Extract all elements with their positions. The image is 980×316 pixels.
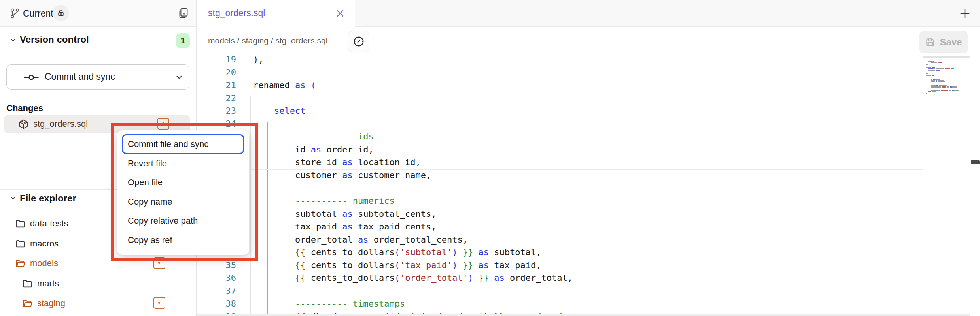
code-line-21[interactable]: 21renamed as ( bbox=[197, 79, 980, 92]
line-number: 20 bbox=[212, 66, 236, 79]
save-floppy-icon bbox=[925, 37, 935, 47]
code-line-33[interactable]: 33 order_total as order_total_cents, bbox=[197, 233, 980, 246]
line-number: 38 bbox=[212, 297, 236, 310]
menu-item-copy-as-ref[interactable]: Copy as ref bbox=[117, 231, 249, 250]
code-line-27[interactable]: 27 store_id as location_id, bbox=[197, 156, 980, 169]
explorer-item-marts[interactable]: marts bbox=[0, 274, 196, 294]
code-line-28[interactable]: 28 customer as customer_name, bbox=[197, 169, 980, 182]
plus-icon bbox=[958, 7, 972, 20]
modified-folder-badge bbox=[153, 257, 165, 269]
model-cube-icon bbox=[18, 119, 29, 130]
code-text: {{ cents_to_dollars('subtotal') }} as su… bbox=[253, 246, 541, 259]
copy-pages-icon[interactable] bbox=[177, 7, 190, 20]
line-number: 19 bbox=[212, 56, 236, 66]
code-text: tax_paid as tax_paid_cents, bbox=[253, 220, 437, 233]
line-number: 37 bbox=[212, 284, 236, 297]
git-commit-icon bbox=[23, 72, 39, 83]
code-text: id as order_id, bbox=[253, 143, 374, 156]
code-line-31[interactable]: 31 subtotal as subtotal_cents, bbox=[197, 207, 980, 220]
menu-item-label: Revert file bbox=[128, 158, 167, 168]
code-line-23[interactable]: 23 select bbox=[197, 104, 980, 117]
chevron-down-icon bbox=[174, 72, 184, 82]
version-control-title: Version control bbox=[20, 34, 89, 45]
folder-open-icon bbox=[15, 258, 26, 269]
explorer-item-label: data-tests bbox=[30, 218, 68, 229]
code-text: ), bbox=[253, 56, 264, 66]
code-line-36[interactable]: 36 {{ cents_to_dollars('order_total') }}… bbox=[197, 271, 980, 284]
explorer-item-label: models bbox=[30, 258, 58, 269]
editor-toolbar: models / staging / stg_orders.sql Save bbox=[197, 27, 980, 56]
code-line-25[interactable]: 25 ---------- ids bbox=[197, 130, 980, 143]
menu-item-revert-file[interactable]: Revert file bbox=[117, 154, 249, 173]
code-line-35[interactable]: 35 {{ cents_to_dollars('tax_paid') }} as… bbox=[197, 259, 980, 272]
code-line-38[interactable]: 38 ---------- timestamps bbox=[197, 297, 980, 310]
code-editor[interactable]: 19),2021renamed as (2223 select2425 ----… bbox=[197, 56, 980, 316]
menu-item-open-file[interactable]: Open file bbox=[117, 173, 249, 192]
folder-icon bbox=[15, 239, 26, 249]
explorer-item-staging[interactable]: staging bbox=[0, 294, 196, 314]
menu-item-label: Copy relative path bbox=[128, 216, 198, 226]
folder-icon bbox=[22, 278, 33, 289]
horizontal-scrollbar[interactable] bbox=[197, 314, 970, 316]
code-line-24[interactable]: 24 bbox=[197, 117, 980, 130]
focus-ring bbox=[122, 134, 244, 154]
code-line-32[interactable]: 32 tax_paid as tax_paid_cents, bbox=[197, 220, 980, 233]
save-button[interactable]: Save bbox=[919, 31, 968, 53]
minimap-slider[interactable] bbox=[923, 56, 970, 58]
folder-icon bbox=[15, 218, 26, 229]
menu-item-copy-name[interactable]: Copy name bbox=[117, 192, 249, 212]
code-text: {{ cents_to_dollars('tax_paid') }} as ta… bbox=[253, 259, 541, 272]
chevron-down-icon bbox=[9, 36, 17, 44]
close-icon[interactable] bbox=[334, 8, 346, 19]
version-control-header[interactable]: Version control 1 bbox=[0, 32, 196, 48]
file-context-menu: Commit file and syncRevert fileOpen file… bbox=[117, 130, 249, 255]
menu-item-label: Copy as ref bbox=[128, 235, 172, 245]
code-line-30[interactable]: 30 ---------- numerics bbox=[197, 194, 980, 207]
menu-item-commit-file-and-sync[interactable]: Commit file and sync bbox=[117, 135, 249, 154]
lock-icon bbox=[53, 5, 69, 21]
code-line-22[interactable]: 22 bbox=[197, 92, 980, 105]
tab-stg-orders[interactable]: stg_orders.sql bbox=[197, 0, 355, 27]
tab-bar: stg_orders.sql bbox=[197, 0, 980, 27]
changes-section-title: Changes bbox=[6, 103, 43, 113]
code-text: select bbox=[253, 104, 305, 117]
code-line-37[interactable]: 37 bbox=[197, 284, 980, 297]
commit-dropdown-button[interactable] bbox=[168, 65, 190, 89]
git-branch-icon bbox=[9, 8, 21, 19]
minimap-content bbox=[926, 60, 969, 96]
explorer-item-models[interactable]: models bbox=[0, 254, 196, 274]
line-number: 21 bbox=[212, 79, 236, 92]
panel-divider bbox=[970, 56, 970, 316]
file-explorer-title: File explorer bbox=[20, 193, 76, 204]
menu-item-copy-relative-path[interactable]: Copy relative path bbox=[117, 211, 249, 231]
commit-button-label: Commit and sync bbox=[45, 71, 115, 82]
code-text: store_id as location_id, bbox=[253, 156, 421, 169]
panel-drag-handle[interactable] bbox=[971, 160, 980, 164]
code-text: order_total as order_total_cents, bbox=[253, 233, 468, 246]
branch-name: Current bbox=[23, 8, 53, 19]
modified-file-badge bbox=[157, 118, 169, 130]
new-tab-button[interactable] bbox=[954, 3, 976, 24]
code-text: ---------- ids bbox=[253, 130, 374, 143]
code-line-20[interactable]: 20 bbox=[197, 66, 980, 79]
line-number: 24 bbox=[212, 117, 236, 130]
breadcrumb: models / staging / stg_orders.sql bbox=[208, 36, 327, 45]
lineage-button[interactable] bbox=[348, 31, 369, 52]
code-line-34[interactable]: 34 {{ cents_to_dollars('subtotal') }} as… bbox=[197, 246, 980, 259]
tab-label: stg_orders.sql bbox=[208, 8, 265, 19]
compass-icon bbox=[352, 35, 365, 48]
line-number: 35 bbox=[212, 259, 236, 272]
commit-and-sync-button[interactable]: Commit and sync bbox=[6, 64, 189, 90]
line-number: 36 bbox=[212, 271, 236, 284]
explorer-item-label: marts bbox=[37, 278, 59, 289]
code-line-29[interactable]: 29 bbox=[197, 182, 980, 195]
explorer-item-label: macros bbox=[30, 239, 59, 249]
divider bbox=[945, 0, 945, 27]
code-text: {{ cents_to_dollars('order_total') }} as… bbox=[253, 271, 573, 284]
changes-count-badge: 1 bbox=[176, 33, 190, 48]
code-line-26[interactable]: 26 id as order_id, bbox=[197, 143, 980, 156]
code-line-19[interactable]: 19), bbox=[197, 56, 980, 66]
menu-item-label: Copy name bbox=[128, 197, 172, 207]
modified-folder-badge bbox=[153, 297, 165, 309]
minimap[interactable] bbox=[923, 56, 970, 151]
